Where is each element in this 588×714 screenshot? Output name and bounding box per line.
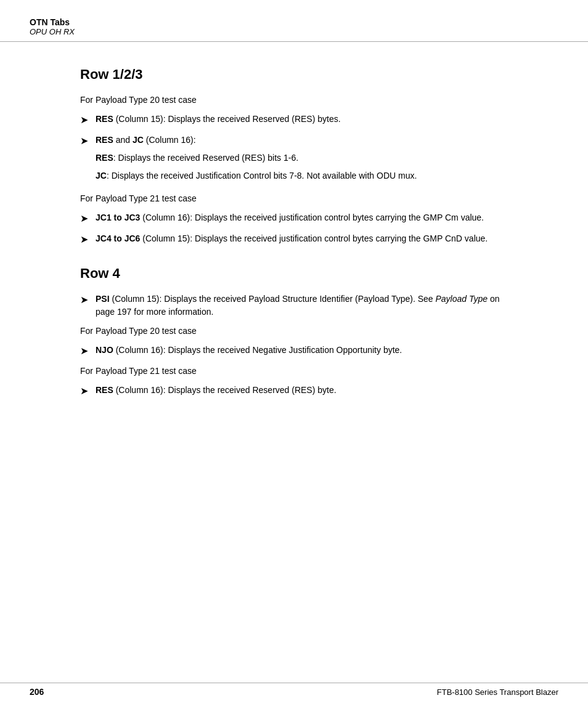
page-footer: 206 FTB-8100 Series Transport Blazer [0, 683, 588, 697]
list-item: ➤ JC1 to JC3 (Column 16): Displays the r… [80, 211, 508, 226]
term-njo: NJO [96, 345, 113, 355]
term-res: RES [96, 114, 113, 124]
list-item: ➤ RES (Column 16): Displays the received… [80, 384, 508, 399]
para-payload21-row123: For Payload Type 21 test case [80, 192, 508, 205]
text-payload-type-italic: Payload Type [435, 294, 488, 304]
footer-product-title: FTB-8100 Series Transport Blazer [437, 688, 558, 697]
list-item: ➤ PSI (Column 15): Displays the received… [80, 293, 508, 318]
term-psi: PSI [96, 294, 110, 304]
arrow-icon: ➤ [80, 293, 88, 307]
bullet-content-jc4-jc6: JC4 to JC6 (Column 15): Displays the rec… [96, 232, 508, 245]
section-heading-row123: Row 1/2/3 [80, 67, 508, 83]
text-and: and [113, 135, 133, 145]
sub-para-res-bits: RES: Displays the received Reserved (RES… [96, 152, 508, 164]
arrow-icon: ➤ [80, 232, 88, 247]
header-subtitle: OPU OH RX [30, 27, 558, 36]
list-item: ➤ RES and JC (Column 16): RES: Displays … [80, 134, 508, 186]
para-payload20-row123: For Payload Type 20 test case [80, 94, 508, 107]
term-jc1-jc3: JC1 to JC3 [96, 213, 140, 222]
main-content: Row 1/2/3 For Payload Type 20 test case … [0, 42, 588, 423]
term-jc4-jc6: JC4 to JC6 [96, 233, 140, 243]
text-res-col15: (Column 15): Displays the received Reser… [113, 114, 341, 124]
bullet-content-res-col16: RES (Column 16): Displays the received R… [96, 384, 508, 397]
text-psi-part1: (Column 15): Displays the received Paylo… [110, 294, 436, 304]
sub-para-jc-bits: JC: Displays the received Justification … [96, 169, 508, 182]
bullet-content-res-col15: RES (Column 15): Displays the received R… [96, 113, 508, 126]
term-jc-sub: JC [96, 171, 107, 181]
bullet-list-row123-pt21: ➤ JC1 to JC3 (Column 16): Displays the r… [80, 211, 508, 247]
section-row123: Row 1/2/3 For Payload Type 20 test case … [80, 67, 508, 247]
text-jc-bits: : Displays the received Justification Co… [107, 171, 417, 181]
arrow-icon: ➤ [80, 113, 88, 128]
list-item: ➤ NJO (Column 16): Displays the received… [80, 344, 508, 359]
para-payload21-row4: For Payload Type 21 test case [80, 365, 508, 378]
bullet-content-njo: NJO (Column 16): Displays the received N… [96, 344, 508, 357]
footer-page-number: 206 [30, 687, 44, 697]
text-jc1-jc3: (Column 16): Displays the received justi… [140, 213, 484, 222]
text-res-bits: : Displays the received Reserved (RES) b… [113, 153, 298, 163]
bullet-list-row123-pt20: ➤ RES (Column 15): Displays the received… [80, 113, 508, 186]
para-payload20-row4: For Payload Type 20 test case [80, 325, 508, 338]
bullet-content-psi: PSI (Column 15): Displays the received P… [96, 293, 508, 318]
arrow-icon: ➤ [80, 384, 88, 399]
section-heading-row4: Row 4 [80, 266, 508, 282]
bullet-content-jc1-jc3: JC1 to JC3 (Column 16): Displays the rec… [96, 211, 508, 224]
text-njo: (Column 16): Displays the received Negat… [113, 345, 402, 355]
bullet-list-row4-pt21: ➤ RES (Column 16): Displays the received… [80, 384, 508, 399]
bullet-list-row4-psi: ➤ PSI (Column 15): Displays the received… [80, 293, 508, 318]
list-item: ➤ RES (Column 15): Displays the received… [80, 113, 508, 128]
bullet-content-res-jc-col16: RES and JC (Column 16): RES: Displays th… [96, 134, 508, 186]
text-jc4-jc6: (Column 15): Displays the received justi… [140, 233, 488, 243]
header-title: OTN Tabs [30, 17, 558, 27]
arrow-icon: ➤ [80, 134, 88, 148]
term-jc: JC [133, 135, 144, 145]
text-res-col16: (Column 16): Displays the received Reser… [113, 385, 337, 395]
term-res-row4: RES [96, 385, 113, 395]
section-row4: Row 4 ➤ PSI (Column 15): Displays the re… [80, 266, 508, 399]
page: OTN Tabs OPU OH RX Row 1/2/3 For Payload… [0, 0, 588, 714]
list-item: ➤ JC4 to JC6 (Column 15): Displays the r… [80, 232, 508, 247]
term-res-sub: RES [96, 153, 113, 163]
arrow-icon: ➤ [80, 344, 88, 359]
arrow-icon: ➤ [80, 211, 88, 226]
page-header: OTN Tabs OPU OH RX [0, 0, 588, 42]
term-res2: RES [96, 135, 113, 145]
bullet-list-row4-pt20: ➤ NJO (Column 16): Displays the received… [80, 344, 508, 359]
text-col16: (Column 16): [144, 135, 196, 145]
